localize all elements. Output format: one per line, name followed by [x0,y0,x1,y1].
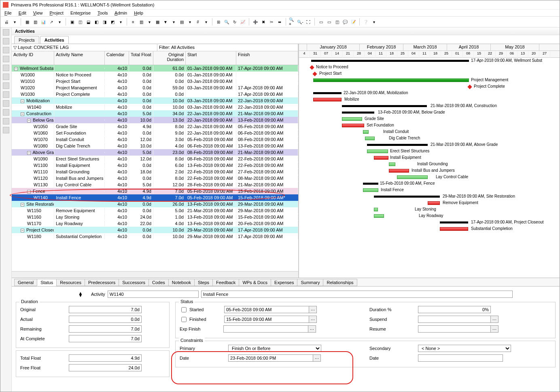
secondary-constraint[interactable]: < None > [418,345,511,352]
layout2-icon[interactable]: ▥ [32,18,39,25]
gantt-bar[interactable] [389,169,409,173]
chat-icon[interactable]: 💬 [342,18,349,25]
b3-icon[interactable]: ◫ [333,18,341,25]
dropdown-icon[interactable]: ▾ [11,18,18,25]
col-name[interactable]: Activity Name [54,51,105,65]
resume-date[interactable] [418,325,491,333]
table-row[interactable]: − Construction4x105.0d34.0d22-Jan-2018 0… [12,110,298,117]
table-row[interactable]: W1040Mobilize4x100.0d10.0d03-Jan-2018 09… [12,104,298,110]
table-row[interactable]: W1140Install Fence4x104.9d7.0d05-Feb-201… [12,194,298,201]
table-row[interactable]: W1100Install Equipment4x100.0d6.0d13-Feb… [12,162,298,169]
activity-name-field[interactable] [201,291,513,298]
table-row[interactable]: W1170Lay Roadway4x1022.0d4.0d13-Feb-2018… [12,220,298,227]
chart1-icon[interactable]: ▣ [68,18,76,25]
chart4-icon[interactable]: ◧ [93,18,100,25]
add-icon[interactable]: ➕ [252,18,259,25]
table-row[interactable]: − Site Restoration4x100.0d26.0d13-Feb-20… [12,201,298,207]
lt6-icon[interactable] [3,74,9,80]
table-row[interactable]: W1130Lay Control Cable4x105.0d12.0d28-Fe… [12,181,298,188]
gantt-bar[interactable] [440,221,468,223]
started-picker[interactable]: … [309,306,317,313]
gantt-bar[interactable] [367,144,428,146]
col-id[interactable]: Activity ID [12,51,54,65]
gantt-bar[interactable] [374,214,384,218]
num-icon[interactable]: # [194,18,202,25]
resume-picker[interactable]: … [490,325,498,333]
detail-tab-summary[interactable]: Summary [297,279,323,286]
table-row[interactable]: − Below Grade4x1010.0d13.0d22-Jan-2018 0… [12,117,298,123]
table-row[interactable]: W1090Erect Steel Structures4x1012.0d8.0d… [12,156,298,162]
chart5-icon[interactable]: ◨ [101,18,108,25]
gantt-bar[interactable] [310,65,314,70]
remaining-duration[interactable]: 7.0d [69,325,142,333]
gantt-bar[interactable] [363,183,378,185]
detail-tab-feedback[interactable]: Feedback [212,279,239,286]
gantt-bar[interactable] [397,175,428,179]
gantt-bar[interactable] [313,98,342,101]
table-row[interactable]: − Mobilization4x100.0d10.0d03-Jan-2018 0… [12,97,298,104]
gantt-bar[interactable] [342,112,374,114]
started-checkbox[interactable] [181,307,187,312]
grid-hscroll[interactable] [12,271,298,278]
table-row[interactable]: − Wellmont Substation4x100.0d61.0d01-Jan… [12,65,298,72]
filter-icon[interactable]: ▼ [162,18,169,25]
gantt-bar[interactable] [363,188,378,192]
dropdown4-icon[interactable]: ▾ [146,18,153,25]
menu-admin[interactable]: Admin [115,11,127,15]
col-od[interactable]: Original Duration [153,51,186,65]
lt1-icon[interactable] [3,29,9,36]
layout-name[interactable]: ▽ Layout: CONCRETE LAG [12,44,157,51]
zoomout-icon[interactable]: 🔍- [297,18,304,25]
dropdown8-icon[interactable]: ▾ [370,18,378,25]
detail-tab-steps[interactable]: Steps [194,279,213,286]
tab-activities[interactable]: Activities [40,36,69,44]
free-float[interactable]: 24.0d [69,364,142,371]
gantt-bar[interactable] [374,156,388,160]
table-row[interactable]: − Project Closeout4x100.0d10.0d29-Mar-20… [12,227,298,233]
zoomin-icon[interactable]: 🔍+ [288,18,296,25]
gantt-bar[interactable] [342,124,364,127]
table-row[interactable]: W1060Set Foundation4x100.0d9.0d22-Jan-20… [12,130,298,136]
lt12-icon[interactable] [3,127,9,133]
dropdown7-icon[interactable]: ▾ [202,18,210,25]
started-date[interactable]: 05-Feb-2018 09:00 AM [224,306,309,313]
original-duration[interactable]: 7.0d [69,306,142,313]
menu-enterprise[interactable]: Enterprise [70,11,91,15]
menu-view[interactable]: View [33,11,43,15]
tab-projects[interactable]: Projects [14,36,39,44]
table-row[interactable]: W1070Install Conduit4x1012.0d3.0d05-Feb-… [12,136,298,143]
calc-icon[interactable]: 🔍 [223,18,230,25]
split-icon[interactable]: ⬌ [276,18,283,25]
detail-tab-predecessors[interactable]: Predecessors [85,279,119,286]
gantt-bar[interactable] [374,208,378,211]
col-finish[interactable]: Finish [236,51,298,65]
gantt-bar[interactable] [313,92,342,94]
b2-icon[interactable]: ▭ [325,18,333,25]
group-icon[interactable]: ▤ [178,18,185,25]
lt4-icon[interactable] [3,56,9,62]
detail-tab-resources[interactable]: Resources [56,279,85,286]
chart3-icon[interactable]: ⬓ [85,18,92,25]
detail-tab-codes[interactable]: Codes [148,279,169,286]
gantt-bar[interactable] [363,130,369,134]
lt5-icon[interactable] [3,65,9,71]
col-tf[interactable]: Total Float [129,51,153,65]
grid-rows[interactable]: − Wellmont Substation4x100.0d61.0d01-Jan… [12,65,298,271]
primary-date-picker[interactable]: … [313,354,321,362]
table-row[interactable]: W1110Install Grounding4x1018.0d2.0d22-Fe… [12,169,298,175]
menu-edit[interactable]: Edit [19,11,26,15]
gantt-bar[interactable] [311,60,469,62]
print-icon[interactable]: 🖨 [3,18,10,25]
table-row[interactable]: − Fence4x104.9d7.0d05-Feb-2018 09:00 AM1… [12,188,298,194]
detail-tab-notebook[interactable]: Notebook [168,279,195,286]
nav-updown[interactable]: ▲▼ [72,291,89,298]
bars-icon[interactable]: ≡ [129,18,137,25]
primary-date[interactable]: 23-Feb-2018 06:00 PM [228,354,313,362]
primary-constraint[interactable]: Finish On or Before [228,345,321,352]
table-row[interactable]: W1050Grade Site4x104.9d8.0d22-Jan-2018 0… [12,123,298,130]
note-icon[interactable]: 📝 [350,18,357,25]
atcomplete-duration[interactable]: 7.0d [69,335,142,342]
activity-id-field[interactable] [108,291,199,298]
finished-picker[interactable]: … [309,316,317,323]
cut-icon[interactable]: ✂ [268,18,275,25]
